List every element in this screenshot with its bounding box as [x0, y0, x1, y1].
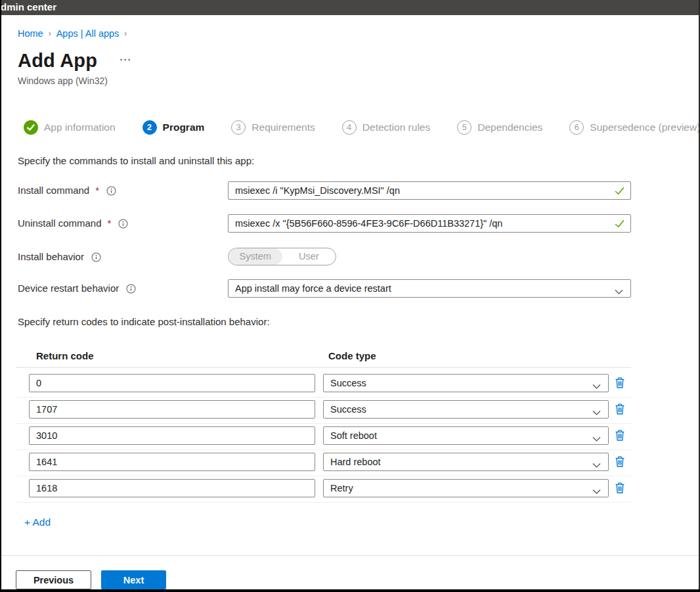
breadcrumb-separator-icon: ›: [124, 29, 127, 38]
breadcrumb-apps-link[interactable]: Apps | All apps: [56, 28, 120, 39]
window-left-border: [0, 0, 1, 592]
breadcrumb: Home › Apps | All apps ›: [18, 28, 127, 39]
add-return-code-link[interactable]: + Add: [24, 516, 51, 528]
info-icon[interactable]: [91, 252, 101, 262]
uninstall-command-input[interactable]: [228, 214, 631, 233]
wizard-steps: App information 2 Program 3 Requirements…: [24, 119, 700, 136]
return-code-column-header: Return code: [36, 350, 94, 361]
step-label: Dependencies: [477, 122, 542, 133]
install-command-label: Install command*: [18, 181, 116, 200]
delete-row-trash-icon[interactable]: [614, 482, 626, 496]
step-number-badge: 4: [342, 120, 357, 135]
return-code-input[interactable]: [29, 453, 315, 471]
step-label: Requirements: [252, 122, 315, 133]
admin-center-topbar: dmin center: [0, 0, 700, 15]
step-number-badge: 2: [142, 120, 157, 135]
code-type-dropdown[interactable]: Hard reboot: [323, 453, 609, 471]
code-type-dropdown[interactable]: Soft reboot: [323, 426, 609, 445]
row-separator: [16, 397, 631, 398]
step-label: Detection rules: [362, 122, 430, 133]
step-supersedence[interactable]: 6 Supersedence (preview): [569, 120, 700, 135]
install-behavior-option-system[interactable]: System: [229, 248, 282, 265]
code-type-column-header: Code type: [328, 350, 376, 361]
previous-button[interactable]: Previous: [16, 570, 91, 589]
device-restart-field: App install may force a device restart: [228, 279, 631, 298]
next-button[interactable]: Next: [101, 570, 166, 589]
device-restart-label: Device restart behavior: [18, 279, 136, 298]
delete-row-trash-icon[interactable]: [614, 429, 626, 444]
uninstall-command-label: Uninstall command*: [18, 214, 128, 233]
row-separator: [16, 449, 631, 450]
step-dependencies[interactable]: 5 Dependencies: [457, 120, 542, 135]
delete-row-trash-icon[interactable]: [614, 455, 626, 470]
chevron-down-icon: [592, 458, 602, 475]
step-label: Supersedence (preview): [590, 122, 700, 133]
install-behavior-toggle: System User: [228, 248, 336, 265]
footer-divider: [0, 555, 700, 556]
chevron-down-icon: [614, 285, 624, 302]
return-code-input[interactable]: [29, 426, 315, 445]
return-code-input[interactable]: [29, 479, 315, 497]
uninstall-command-row: Uninstall command*: [18, 214, 700, 233]
install-behavior-label: Install behavior: [18, 248, 101, 266]
install-behavior-field: System User: [228, 248, 336, 265]
chevron-down-icon: [592, 432, 602, 449]
breadcrumb-separator-icon: ›: [49, 29, 51, 38]
valid-check-icon: [614, 185, 625, 199]
device-restart-row: Device restart behavior App install may …: [18, 279, 700, 298]
table-header-divider: [16, 367, 631, 368]
page-subtitle: Windows app (Win32): [18, 76, 132, 86]
chevron-down-icon: [592, 379, 602, 396]
code-type-dropdown[interactable]: Success: [323, 400, 609, 419]
row-separator: [16, 476, 631, 476]
row-separator: [16, 423, 631, 424]
chevron-down-icon: [592, 484, 602, 501]
commands-intro-text: Specify the commands to install and unin…: [18, 155, 254, 166]
step-number-badge: 6: [569, 120, 584, 135]
step-complete-check-icon: [24, 120, 38, 135]
step-number-badge: 5: [457, 120, 471, 135]
return-code-input[interactable]: [29, 400, 315, 419]
step-label: App information: [44, 122, 116, 133]
step-label: Program: [163, 122, 205, 133]
admin-center-title: dmin center: [1, 1, 56, 12]
delete-row-trash-icon[interactable]: [614, 403, 626, 417]
step-number-badge: 3: [231, 120, 246, 135]
device-restart-dropdown[interactable]: App install may force a device restart: [228, 279, 631, 298]
delete-row-trash-icon[interactable]: [614, 376, 626, 391]
code-type-dropdown[interactable]: Retry: [323, 479, 609, 497]
info-icon[interactable]: [106, 186, 116, 196]
valid-check-icon: [614, 218, 625, 232]
step-detection-rules[interactable]: 4 Detection rules: [342, 120, 430, 135]
step-program[interactable]: 2 Program: [142, 120, 205, 135]
required-asterisk: *: [108, 214, 112, 233]
install-behavior-option-user[interactable]: User: [282, 248, 336, 265]
install-command-row: Install command*: [18, 181, 700, 200]
more-options-ellipsis-icon[interactable]: ···: [120, 54, 132, 65]
info-icon[interactable]: [126, 284, 136, 294]
step-app-information[interactable]: App information: [24, 120, 116, 135]
return-codes-intro-text: Specify return codes to indicate post-in…: [18, 316, 270, 327]
install-command-input[interactable]: [228, 181, 631, 200]
breadcrumb-home-link[interactable]: Home: [18, 28, 43, 39]
install-behavior-row: Install behavior System User: [18, 248, 700, 266]
chevron-down-icon: [592, 405, 602, 422]
row-separator: [16, 502, 631, 503]
page-header: Add App ··· Windows app (Win32): [18, 50, 132, 86]
uninstall-command-field: [228, 214, 631, 233]
window-bottom-border: [0, 589, 700, 592]
step-requirements[interactable]: 3 Requirements: [231, 120, 315, 135]
return-code-input[interactable]: [29, 374, 315, 392]
code-type-dropdown[interactable]: Success: [323, 374, 609, 392]
required-asterisk: *: [95, 181, 99, 200]
install-command-field: [228, 181, 631, 200]
add-app-wizard-screen: dmin center Home › Apps | All apps › Add…: [0, 0, 700, 592]
page-title: Add App: [18, 50, 97, 72]
info-icon[interactable]: [118, 219, 128, 229]
